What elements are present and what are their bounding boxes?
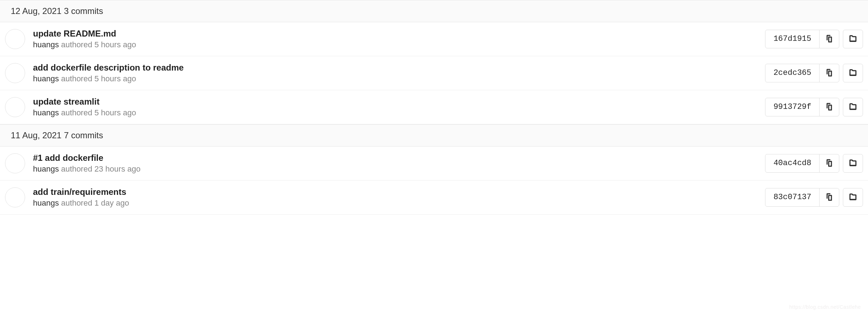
commit-time: authored 23 hours ago xyxy=(61,164,140,173)
commit-info: update streamlithuangs authored 5 hours … xyxy=(33,97,765,117)
commit-count: 3 commits xyxy=(64,6,103,16)
browse-files-button[interactable] xyxy=(843,188,863,207)
browse-files-button[interactable] xyxy=(843,30,863,48)
avatar[interactable] xyxy=(5,153,25,173)
commit-sha-button[interactable]: 83c07137 xyxy=(765,188,820,207)
avatar[interactable] xyxy=(5,29,25,49)
commit-row: add train/requirementshuangs authored 1 … xyxy=(0,181,868,215)
commit-author[interactable]: huangs xyxy=(33,74,59,83)
copy-icon xyxy=(825,102,834,112)
commit-author[interactable]: huangs xyxy=(33,164,59,173)
commit-author[interactable]: huangs xyxy=(33,108,59,117)
commit-sha-button[interactable]: 40ac4cd8 xyxy=(765,154,820,173)
commit-info: #1 add dockerfilehuangs authored 23 hour… xyxy=(33,153,765,174)
commit-row: update README.mdhuangs authored 5 hours … xyxy=(0,22,868,56)
commit-date-header: 11 Aug, 2021 7 commits xyxy=(0,124,868,147)
commit-actions: 83c07137 xyxy=(765,188,863,207)
folder-icon xyxy=(849,102,857,112)
browse-files-button[interactable] xyxy=(843,154,863,173)
avatar[interactable] xyxy=(5,187,25,207)
commit-time: authored 5 hours ago xyxy=(61,40,136,49)
commit-actions: 167d1915 xyxy=(765,30,863,48)
copy-sha-button[interactable] xyxy=(819,64,839,82)
commit-row: update streamlithuangs authored 5 hours … xyxy=(0,90,868,124)
commit-sha-button[interactable]: 9913729f xyxy=(765,98,820,116)
commit-sha-button[interactable]: 167d1915 xyxy=(765,30,820,48)
commit-actions: 40ac4cd8 xyxy=(765,154,863,173)
commit-info: update README.mdhuangs authored 5 hours … xyxy=(33,29,765,49)
commit-list: 12 Aug, 2021 3 commitsupdate README.mdhu… xyxy=(0,0,868,215)
browse-files-button[interactable] xyxy=(843,98,863,116)
commit-info: add train/requirementshuangs authored 1 … xyxy=(33,187,765,208)
commit-sha-button[interactable]: 2cedc365 xyxy=(765,64,820,82)
commit-meta: huangs authored 23 hours ago xyxy=(33,164,765,174)
browse-files-button[interactable] xyxy=(843,64,863,82)
commit-time: authored 5 hours ago xyxy=(61,74,136,83)
copy-icon xyxy=(825,34,834,44)
commit-time: authored 1 day ago xyxy=(61,198,129,207)
commit-meta: huangs authored 5 hours ago xyxy=(33,108,765,117)
commit-actions: 2cedc365 xyxy=(765,64,863,82)
commit-title[interactable]: #1 add dockerfile xyxy=(33,153,765,163)
commit-title[interactable]: update streamlit xyxy=(33,97,765,107)
commit-meta: huangs authored 1 day ago xyxy=(33,198,765,208)
folder-icon xyxy=(849,68,857,78)
folder-icon xyxy=(849,34,857,44)
commit-count: 7 commits xyxy=(64,130,103,140)
folder-icon xyxy=(849,159,857,168)
folder-icon xyxy=(849,193,857,202)
commit-meta: huangs authored 5 hours ago xyxy=(33,40,765,49)
copy-sha-button[interactable] xyxy=(819,154,839,173)
commit-date-header: 12 Aug, 2021 3 commits xyxy=(0,0,868,22)
commit-row: add dockerfile description to readmehuan… xyxy=(0,56,868,90)
commit-time: authored 5 hours ago xyxy=(61,108,136,117)
avatar[interactable] xyxy=(5,97,25,117)
copy-icon xyxy=(825,193,834,202)
commit-date: 11 Aug, 2021 xyxy=(11,130,61,140)
copy-sha-button[interactable] xyxy=(819,30,839,48)
commit-title[interactable]: add train/requirements xyxy=(33,187,765,197)
commit-title[interactable]: add dockerfile description to readme xyxy=(33,63,765,73)
commit-row: #1 add dockerfilehuangs authored 23 hour… xyxy=(0,147,868,181)
commit-title[interactable]: update README.md xyxy=(33,29,765,39)
commit-author[interactable]: huangs xyxy=(33,40,59,49)
copy-icon xyxy=(825,68,834,78)
copy-icon xyxy=(825,159,834,168)
copy-sha-button[interactable] xyxy=(819,188,839,207)
avatar[interactable] xyxy=(5,63,25,83)
copy-sha-button[interactable] xyxy=(819,98,839,116)
commit-date: 12 Aug, 2021 xyxy=(11,6,61,16)
commit-actions: 9913729f xyxy=(765,98,863,116)
commit-author[interactable]: huangs xyxy=(33,198,59,207)
commit-meta: huangs authored 5 hours ago xyxy=(33,74,765,83)
commit-info: add dockerfile description to readmehuan… xyxy=(33,63,765,83)
